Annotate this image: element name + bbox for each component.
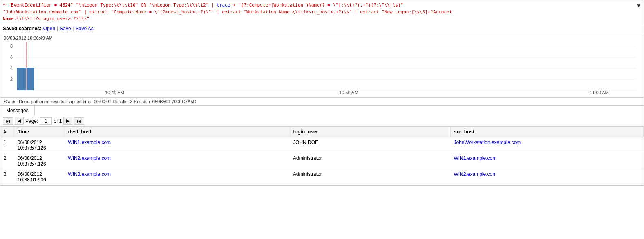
save-link[interactable]: Save — [60, 26, 71, 31]
cell-time: 06/08/2012 10:37:57.126 — [14, 137, 65, 153]
dest-host-link[interactable]: WIN1.example.com — [68, 139, 111, 145]
cell-login-user: Administrator — [290, 153, 450, 169]
of-label: of 1 — [54, 118, 62, 124]
cell-time: 06/08/2012 10:37:57.126 — [14, 153, 65, 169]
search-dropdown-arrow[interactable]: ▼ — [636, 3, 641, 9]
svg-rect-11 — [27, 68, 34, 90]
cell-login-user: JOHN.DOE — [290, 137, 450, 153]
svg-text:4: 4 — [10, 66, 13, 71]
open-link[interactable]: Open — [43, 26, 55, 31]
cell-src-host[interactable]: WIN1.example.com — [450, 153, 643, 169]
prev-page-button[interactable]: ◀ — [15, 117, 24, 125]
chart-timestamp: 06/08/2012 10:36:49 AM — [4, 35, 640, 40]
first-page-button[interactable]: ⏮ — [3, 117, 13, 125]
status-bar: Status: Done gathering results Elapsed t… — [0, 98, 644, 106]
messages-section: Messages ⏮ ◀ Page: of 1 ▶ ⏭ # Time dest_… — [0, 106, 644, 186]
chart-container: 8 6 4 2 10:40 AM 10:50 AM 11:00 AM — [4, 42, 640, 95]
dest-host-link[interactable]: WIN3.example.com — [68, 171, 111, 177]
dest-host-link[interactable]: WIN2.example.com — [68, 155, 111, 161]
results-table: # Time dest_host login_user src_host 106… — [0, 127, 644, 185]
table-row: 106/08/2012 10:37:57.126WIN1.example.com… — [0, 137, 644, 153]
last-page-button[interactable]: ⏭ — [74, 117, 84, 125]
table-row: 206/08/2012 10:37:57.126WIN2.example.com… — [0, 153, 644, 169]
svg-rect-10 — [17, 68, 26, 90]
cell-src-host[interactable]: WIN2.example.com — [450, 169, 643, 185]
cell-num: 1 — [0, 137, 14, 153]
col-header-src-host: src_host — [450, 127, 643, 137]
cell-dest-host[interactable]: WIN2.example.com — [65, 153, 290, 169]
table-header-row: # Time dest_host login_user src_host — [0, 127, 644, 137]
cell-src-host[interactable]: JohnWorkstation.example.com — [450, 137, 643, 153]
next-page-button[interactable]: ▶ — [63, 117, 72, 125]
table-row: 306/08/2012 10:38:01.906WIN3.example.com… — [0, 169, 644, 185]
status-text: Status: Done gathering results Elapsed t… — [4, 99, 196, 104]
cell-num: 2 — [0, 153, 14, 169]
cell-dest-host[interactable]: WIN3.example.com — [65, 169, 290, 185]
search-query: * "EventIdentifier = 4624" "\nLogon Type… — [3, 2, 641, 22]
cell-time: 06/08/2012 10:38:01.906 — [14, 169, 65, 185]
page-label: Page: — [25, 118, 38, 124]
src-host-link[interactable]: WIN2.example.com — [454, 171, 496, 177]
page-input[interactable] — [40, 117, 52, 125]
src-host-link[interactable]: JohnWorkstation.example.com — [454, 139, 521, 145]
messages-tab[interactable]: Messages — [0, 106, 644, 115]
svg-text:6: 6 — [10, 55, 13, 60]
pagination-bar: ⏮ ◀ Page: of 1 ▶ ⏭ — [0, 115, 644, 127]
cell-num: 3 — [0, 169, 14, 185]
col-header-time: Time — [14, 127, 65, 137]
trace-link[interactable]: trace — [217, 2, 230, 8]
col-header-login-user: login_user — [290, 127, 450, 137]
col-header-dest-host: dest_host — [65, 127, 290, 137]
svg-text:2: 2 — [10, 77, 13, 82]
chart-svg: 8 6 4 2 10:40 AM 10:50 AM 11:00 AM — [4, 42, 640, 95]
chart-area: 06/08/2012 10:36:49 AM 8 6 4 2 10:40 AM … — [0, 33, 644, 98]
cell-login-user: Administrator — [290, 169, 450, 185]
save-as-link[interactable]: Save As — [76, 26, 94, 31]
src-host-link[interactable]: WIN1.example.com — [454, 155, 496, 161]
search-bar: * "EventIdentifier = 4624" "\nLogon Type… — [0, 0, 644, 24]
cell-dest-host[interactable]: WIN1.example.com — [65, 137, 290, 153]
svg-text:8: 8 — [10, 44, 13, 49]
col-header-num: # — [0, 127, 14, 137]
saved-searches-label: Saved searches: — [3, 26, 42, 31]
saved-searches-bar: Saved searches: Open | Save | Save As — [0, 24, 644, 33]
